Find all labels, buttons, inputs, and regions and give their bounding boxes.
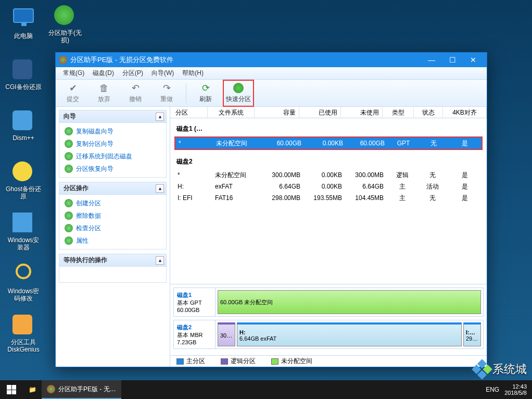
segment-primary[interactable]: H: 6.64GB exFAT — [237, 322, 462, 346]
desktop-icon-dism[interactable]: Dism++ — [5, 110, 42, 147]
col-partition[interactable]: 分区 — [170, 107, 208, 118]
disk-header[interactable]: 磁盘2 — [174, 154, 483, 169]
tray-clock[interactable]: 12:43 2018/5/8 — [504, 383, 527, 396]
toolbar-discard[interactable]: 🗑放弃 — [90, 81, 118, 105]
menu-disk[interactable]: 磁盘(D) — [88, 69, 118, 78]
segment-logical[interactable]: 30… — [218, 322, 235, 346]
taskbar: 📁 分区助手PE版 - 无… ENG 12:43 2018/5/8 — [0, 380, 532, 399]
wizard-icon — [65, 152, 73, 160]
panel-pending: 等待执行的操作▴ — [59, 254, 167, 283]
wizard-icon — [65, 127, 73, 135]
disk-map-info: 磁盘1 基本 GPT 60.00GB — [174, 288, 216, 316]
app-icon — [59, 56, 67, 64]
maximize-button[interactable]: ☐ — [442, 53, 463, 67]
system-tray: ENG 12:43 2018/5/8 — [480, 383, 532, 396]
taskbar-file-explorer[interactable]: 📁 — [23, 380, 42, 399]
minimize-button[interactable]: — — [421, 53, 442, 67]
toolbar-commit[interactable]: ✔提交 — [59, 81, 87, 105]
desktop-icon-win-password[interactable]: Windows密码修改 — [5, 264, 42, 300]
sidebar: 向导▴ 复制磁盘向导 复制分区向导 迁移系统到固态磁盘 分区恢复向导 分区操作▴… — [56, 107, 170, 367]
disk-header[interactable]: 磁盘1 (… — [174, 121, 483, 136]
wizard-recover-partition[interactable]: 分区恢复向导 — [59, 163, 166, 175]
wizard-migrate-ssd[interactable]: 迁移系统到固态磁盘 — [59, 150, 166, 163]
menu-partition[interactable]: 分区(P) — [118, 69, 147, 78]
tray-lang[interactable]: ENG — [486, 386, 499, 393]
col-used[interactable]: 已使用 — [299, 107, 341, 118]
highlight-selected-row: * 未分配空间 60.00GB 0.00KB 60.00GB GPT 无 是 — [174, 136, 483, 150]
main-area: 分区 文件系统 容量 已使用 未使用 类型 状态 4KB对齐 磁盘1 (… * … — [170, 107, 487, 367]
op-erase-data[interactable]: 擦除数据 — [59, 209, 166, 222]
refresh-icon: ⟳ — [200, 82, 211, 94]
op-icon — [65, 211, 73, 220]
taskbar-app-button[interactable]: 分区助手PE版 - 无… — [42, 380, 121, 399]
watermark: 系统城 — [475, 361, 527, 377]
partition-list: 磁盘1 (… * 未分配空间 60.00GB 0.00KB 60.00GB GP… — [170, 118, 487, 284]
op-properties[interactable]: 属性 — [59, 234, 166, 247]
desktop-icon-cgi-backup[interactable]: CGI备份还原 — [5, 59, 42, 96]
collapse-button[interactable]: ▴ — [156, 256, 164, 265]
col-filesystem[interactable]: 文件系统 — [208, 107, 255, 118]
toolbar-redo[interactable]: ↷重做 — [153, 81, 181, 105]
op-icon — [65, 199, 73, 207]
table-row[interactable]: * 未分配空间 60.00GB 0.00KB 60.00GB GPT 无 是 — [175, 138, 482, 149]
segment-primary[interactable]: I:… 29… — [463, 322, 481, 346]
window-controls: — ☐ ✕ — [421, 53, 484, 67]
disk-icon — [233, 82, 244, 94]
desktop-icon-win-installer[interactable]: Windows安装器 — [5, 213, 42, 249]
desktop-icon-ghost[interactable]: Ghost备份还原 — [5, 161, 42, 198]
menu-wizard[interactable]: 向导(W) — [147, 69, 178, 78]
op-check-partition[interactable]: 检查分区 — [59, 222, 166, 234]
menu-help[interactable]: 帮助(H) — [178, 69, 208, 78]
toolbar-refresh[interactable]: ⟳刷新 — [192, 81, 220, 105]
legend-swatch-logical — [221, 358, 228, 365]
col-capacity[interactable]: 容量 — [255, 107, 299, 118]
undo-icon: ↶ — [130, 82, 141, 94]
col-unused[interactable]: 未使用 — [341, 107, 383, 118]
disk-map[interactable]: 磁盘1 基本 GPT 60.00GB 60.00GB 未分配空间 — [173, 288, 484, 317]
desktop-icon-partition-assistant[interactable]: 分区助手(无损) — [47, 5, 83, 56]
col-4k-align[interactable]: 4KB对齐 — [443, 107, 487, 118]
wizard-icon — [65, 165, 73, 173]
toolbar: ✔提交 🗑放弃 ↶撤销 ↷重做 ⟳刷新 快速分区 — [56, 80, 487, 107]
panel-ops: 分区操作▴ 创建分区 擦除数据 检查分区 属性 — [59, 182, 167, 250]
menubar: 常规(G) 磁盘(D) 分区(P) 向导(W) 帮助(H) — [56, 67, 487, 80]
collapse-button[interactable]: ▴ — [156, 184, 164, 193]
op-icon — [65, 236, 73, 245]
toolbar-undo[interactable]: ↶撤销 — [121, 81, 149, 105]
window-title: 分区助手PE版 - 无损分区免费软件 — [70, 55, 173, 65]
panel-wizard: 向导▴ 复制磁盘向导 复制分区向导 迁移系统到固态磁盘 分区恢复向导 — [59, 110, 167, 178]
legend-swatch-primary — [176, 358, 184, 365]
disk-map-info: 磁盘2 基本 MBR 7.23GB — [174, 320, 216, 348]
desktop-icons-col1: 此电脑 CGI备份还原 Dism++ Ghost备份还原 Windows安装器 … — [5, 5, 52, 366]
table-row[interactable]: H: exFAT 6.64GB 0.00KB 6.64GB 主 活动 是 — [174, 181, 483, 192]
redo-icon: ↷ — [161, 82, 172, 94]
app-window: 分区助手PE版 - 无损分区免费软件 — ☐ ✕ 常规(G) 磁盘(D) 分区(… — [55, 52, 487, 367]
legend-swatch-unalloc — [271, 358, 278, 365]
highlight-quick-partition: 快速分区 — [223, 80, 254, 107]
disk-map[interactable]: 磁盘2 基本 MBR 7.23GB 30… H: 6.64GB exFAT I:… — [173, 320, 484, 349]
titlebar[interactable]: 分区助手PE版 - 无损分区免费软件 — ☐ ✕ — [56, 53, 487, 67]
app-icon — [47, 385, 55, 393]
table-row[interactable]: I: EFI FAT16 298.00MB 193.55MB 104.45MB … — [174, 192, 483, 204]
close-button[interactable]: ✕ — [463, 53, 484, 67]
table-row[interactable]: * 未分配空间 300.00MB 0.00KB 300.00MB 逻辑 无 是 — [174, 169, 483, 181]
segment-unallocated[interactable]: 60.00GB 未分配空间 — [218, 290, 481, 314]
col-status[interactable]: 状态 — [414, 107, 443, 118]
column-headers: 分区 文件系统 容量 已使用 未使用 类型 状态 4KB对齐 — [170, 107, 487, 118]
menu-general[interactable]: 常规(G) — [59, 69, 88, 78]
wizard-copy-disk[interactable]: 复制磁盘向导 — [59, 125, 166, 138]
op-icon — [65, 224, 73, 232]
op-create-partition[interactable]: 创建分区 — [59, 197, 166, 209]
legend: 主分区 逻辑分区 未分配空间 — [170, 355, 487, 367]
desktop-icon-diskgenius[interactable]: 分区工具DiskGenius — [5, 315, 42, 351]
start-button[interactable] — [0, 380, 23, 399]
disk-map-area: 磁盘1 基本 GPT 60.00GB 60.00GB 未分配空间 磁盘2 基本 … — [170, 284, 487, 355]
col-type[interactable]: 类型 — [383, 107, 414, 118]
toolbar-quick-partition[interactable]: 快速分区 — [224, 81, 252, 105]
trash-icon: 🗑 — [98, 82, 110, 94]
wizard-copy-partition[interactable]: 复制分区向导 — [59, 138, 166, 150]
check-icon: ✔ — [67, 82, 79, 94]
desktop-icon-this-pc[interactable]: 此电脑 — [5, 8, 42, 45]
wizard-icon — [65, 140, 73, 148]
collapse-button[interactable]: ▴ — [156, 113, 164, 121]
